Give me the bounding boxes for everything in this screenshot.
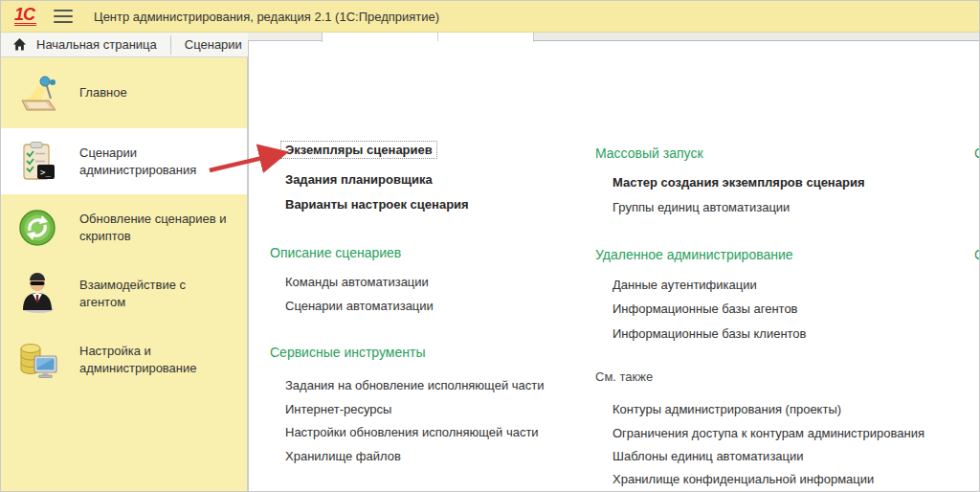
menu-link-scenario-instance-wizard[interactable]: Мастер создания экземпляров сценария bbox=[612, 175, 864, 190]
menu-link-administration-contours[interactable]: Контуры администрирования (проекты) bbox=[612, 402, 841, 417]
tabstrip-remnant-right bbox=[534, 33, 980, 41]
tab-scenarios-label: Сценарии bbox=[185, 37, 242, 52]
database-monitor-icon bbox=[16, 338, 60, 382]
projector-icon bbox=[16, 71, 60, 115]
menu-link-scenario-instances[interactable]: Экземпляры сценариев bbox=[285, 143, 437, 158]
sidebar-item-label: Взаимодействие с агентом bbox=[79, 277, 234, 311]
home-icon bbox=[12, 37, 27, 52]
menu-link-automation-unit-groups[interactable]: Группы единиц автоматизации bbox=[612, 200, 790, 215]
sidebar-item-label: Обновление сценариев и скриптов bbox=[79, 211, 234, 245]
tab-home-page[interactable]: Начальная страница bbox=[1, 33, 170, 56]
agent-icon bbox=[16, 272, 60, 316]
sidebar-item-label: Настройка и администрирование bbox=[79, 343, 234, 377]
sidebar-item-script-updates[interactable]: Обновление сценариев и скриптов bbox=[1, 194, 247, 260]
menu-section-header-remote-administration: Удаленное администрирование bbox=[595, 246, 793, 263]
focus-rectangle: Экземпляры сценариев bbox=[280, 141, 437, 159]
sidebar-item-admin-scenarios[interactable]: >_ Сценарии администрирования bbox=[1, 128, 247, 194]
sidebar-item-settings-administration[interactable]: Настройка и администрирование bbox=[1, 326, 247, 392]
menu-link-contour-access-restrictions[interactable]: Ограничения доступа к контурам администр… bbox=[612, 426, 924, 441]
menu-link-authentication-data[interactable]: Данные аутентификации bbox=[612, 278, 757, 293]
checklist-terminal-icon: >_ bbox=[16, 140, 60, 184]
application-window: 1С Центр администрирования, редакция 2.1… bbox=[0, 0, 980, 492]
menu-section-header-clipped-2: Сл bbox=[974, 246, 980, 263]
sidebar-item-agent-interaction[interactable]: Взаимодействие с агентом bbox=[1, 260, 247, 326]
tab-home-label: Начальная страница bbox=[36, 37, 157, 52]
title-bar: 1С Центр администрирования, редакция 2.1… bbox=[1, 1, 980, 33]
menu-section-header-clipped-1: Сл bbox=[974, 145, 980, 162]
menu-link-executor-update-settings[interactable]: Настройки обновления исполняющей части bbox=[285, 425, 539, 440]
sidebar: Главное >_ Сценарии администрирования bbox=[1, 57, 248, 492]
notch-divider bbox=[437, 33, 438, 41]
main-menu-hamburger-icon[interactable] bbox=[54, 10, 73, 23]
refresh-icon bbox=[16, 206, 60, 250]
menu-link-agent-infobases[interactable]: Информационные базы агентов bbox=[612, 302, 798, 317]
sidebar-item-label: Главное bbox=[79, 84, 234, 101]
menu-link-automation-unit-templates[interactable]: Шаблоны единиц автоматизации bbox=[612, 449, 804, 464]
menu-link-file-storage[interactable]: Хранилище файлов bbox=[285, 449, 401, 464]
menu-section-header-service-tools: Сервисные инструменты bbox=[270, 344, 425, 361]
tabstrip-remnant-left bbox=[248, 33, 322, 41]
menu-link-internet-resources[interactable]: Интернет-ресурсы bbox=[285, 402, 391, 417]
menu-link-executor-update-jobs[interactable]: Задания на обновление исполняющей части bbox=[285, 378, 544, 393]
menu-link-automation-scenarios[interactable]: Сценарии автоматизации bbox=[285, 299, 434, 314]
1c-logo-icon: 1С bbox=[14, 7, 36, 26]
menu-link-scheduler-jobs[interactable]: Задания планировщика bbox=[285, 172, 433, 188]
tab-scenarios[interactable]: Сценарии bbox=[171, 33, 256, 56]
open-menu-notch bbox=[322, 33, 534, 42]
sidebar-item-label: Сценарии администрирования bbox=[79, 145, 234, 179]
menu-link-automation-commands[interactable]: Команды автоматизации bbox=[285, 275, 429, 290]
menu-section-header-mass-launch: Массовый запуск bbox=[595, 145, 703, 162]
menu-link-client-infobases[interactable]: Информационные базы клиентов bbox=[612, 326, 807, 342]
menu-section-header-scenario-description: Описание сценариев bbox=[270, 244, 401, 261]
sidebar-item-main[interactable]: Главное bbox=[1, 57, 247, 128]
svg-text:>_: >_ bbox=[40, 168, 51, 177]
menu-link-scenario-setting-variants[interactable]: Варианты настроек сценария bbox=[285, 197, 469, 212]
menu-link-confidential-info-storage[interactable]: Хранилище конфиденциальной информации bbox=[612, 472, 874, 487]
window-title: Центр администрирования, редакция 2.1 (1… bbox=[94, 10, 439, 24]
menu-see-also-header: См. также bbox=[595, 369, 653, 385]
function-menu-panel: Экземпляры сценариев Задания планировщик… bbox=[248, 40, 980, 492]
